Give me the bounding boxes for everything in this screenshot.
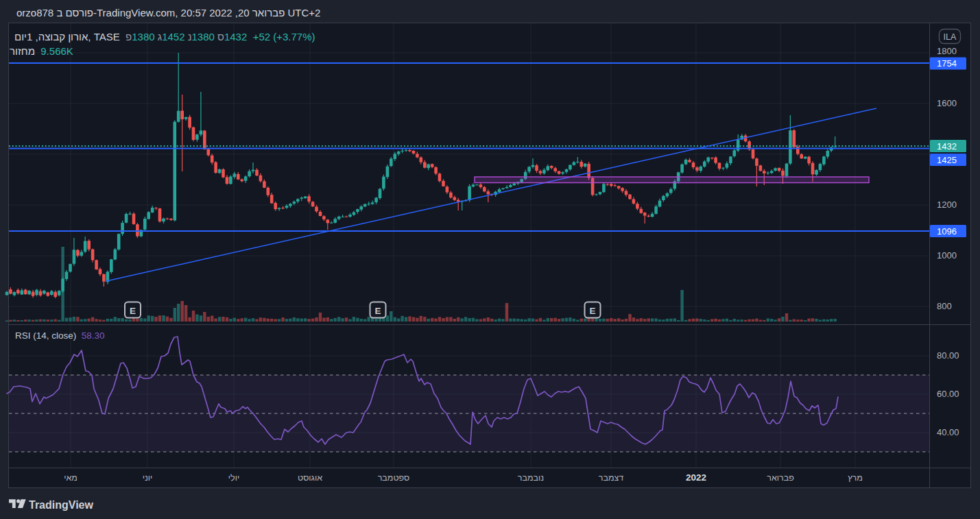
svg-text:ספטמבר: ספטמבר [378,473,410,483]
svg-text:מרץ: מרץ [848,473,863,483]
svg-text:E: E [589,306,595,316]
svg-text:דצמבר: דצמבר [599,473,624,483]
svg-text:E: E [130,306,136,316]
svg-text:אוגוסט: אוגוסט [298,473,322,483]
svg-text:מאי: מאי [64,473,77,483]
svg-text:יולי: יולי [228,473,239,483]
svg-text:1096: 1096 [937,226,957,237]
svg-text:1200: 1200 [937,200,957,210]
svg-text:800: 800 [937,301,952,311]
svg-text:2022: 2022 [686,472,706,483]
svg-text:80.00: 80.00 [937,350,959,361]
svg-text:פברואר: פברואר [767,473,794,483]
svg-text:1800: 1800 [937,46,957,56]
svg-text:60.00: 60.00 [937,389,959,399]
svg-text:1754: 1754 [937,58,957,69]
svg-text:TradingView: TradingView [29,499,94,511]
svg-text:40.00: 40.00 [937,427,959,437]
svg-text:1600: 1600 [937,98,957,108]
svg-text:E: E [374,306,381,316]
svg-text:1425: 1425 [937,155,957,165]
svg-text:1432: 1432 [937,141,957,152]
svg-text:נובמבר: נובמבר [518,473,544,483]
svg-text:1000: 1000 [937,250,957,261]
svg-text:יוני: יוני [143,473,153,483]
svg-text:ILA: ILA [944,32,957,42]
